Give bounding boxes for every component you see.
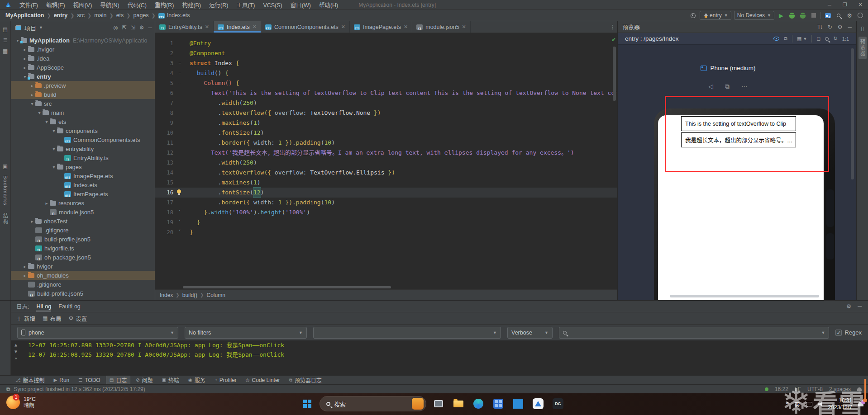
fold-marker-icon[interactable]: − xyxy=(176,58,183,68)
menu-代码(C)[interactable]: 代码(C) xyxy=(124,2,151,9)
tree-chevron-icon[interactable]: ▸ xyxy=(29,219,35,224)
hide-panel-icon[interactable]: ─ xyxy=(148,24,152,31)
tab-Index.ets[interactable]: ETSIndex.ets✕ xyxy=(214,21,261,33)
toolwindow-预览器日志[interactable]: ⧉预览器日志 xyxy=(286,376,325,384)
notification-bell-icon[interactable] xyxy=(858,402,863,406)
code-line-4[interactable]: 4− build() { xyxy=(155,68,617,78)
rotate-icon[interactable]: ↻ xyxy=(833,36,837,42)
expand-all-icon[interactable]: ⇱ xyxy=(122,24,127,31)
tree-chevron-icon[interactable]: ▾ xyxy=(29,101,35,106)
fold-marker-icon[interactable]: ˇ xyxy=(176,208,183,217)
tab-module.json5[interactable]: {}module.json5✕ xyxy=(412,21,471,33)
menu-VCS(S)[interactable]: VCS(S) xyxy=(259,2,286,9)
tree-item-hvigorfile.ts[interactable]: TShvigorfile.ts xyxy=(11,244,155,253)
tree-item-Index.ets[interactable]: ETSIndex.ets xyxy=(11,180,155,189)
menu-重构(R)[interactable]: 重构(R) xyxy=(151,2,178,9)
dg-app-button[interactable]: DG xyxy=(550,396,566,411)
profile-avatar-icon[interactable] xyxy=(856,11,864,19)
tab-hilog[interactable]: HiLog xyxy=(36,302,51,311)
tree-item-entry[interactable]: ▾entry xyxy=(11,72,155,81)
speaker-icon[interactable] xyxy=(818,402,822,406)
line-ending-indicator[interactable]: LF xyxy=(795,386,801,392)
code-line-14[interactable]: 14 .textOverflow({ overflow: TextOverflo… xyxy=(155,168,617,178)
menu-构建(B)[interactable]: 构建(B) xyxy=(178,2,205,9)
tree-item-resources[interactable]: ▸resources xyxy=(11,198,155,208)
font-size-icon[interactable]: Tt xyxy=(817,24,822,30)
notifications-bell-icon[interactable] xyxy=(857,387,862,391)
grid-view-icon[interactable]: ▦ ▼ xyxy=(797,36,807,42)
collapse-all-icon[interactable]: ⇲ xyxy=(131,24,135,31)
close-button[interactable]: ✕ xyxy=(853,0,868,10)
toolwindow-终端[interactable]: ▣终端 xyxy=(158,376,183,384)
menu-工具(T)[interactable]: 工具(T) xyxy=(232,2,259,9)
zoom-out-icon[interactable] xyxy=(825,37,829,41)
close-tab-icon[interactable]: ✕ xyxy=(404,24,408,30)
breadcrumb-main[interactable]: main xyxy=(93,12,107,19)
tree-item-ohosTest[interactable]: ▸ohosTest xyxy=(11,217,155,226)
profiler-icon[interactable] xyxy=(824,11,832,19)
structure-vertical-label[interactable]: 结构 xyxy=(2,213,9,224)
breadcrumb-pages[interactable]: pages xyxy=(133,12,150,19)
run-button[interactable]: ▶ xyxy=(777,11,785,19)
tree-item-components[interactable]: ▾components xyxy=(11,126,155,135)
toolwindow-版本控制[interactable]: ⎇版本控制 xyxy=(12,376,48,384)
breadcrumb-Index.ets[interactable]: ETSIndex.ets xyxy=(157,12,191,19)
toolwindow-Code Linter[interactable]: ◎Code Linter xyxy=(242,377,284,384)
structure-tool-icon[interactable]: ≣ xyxy=(2,37,9,44)
run-config-selector[interactable]: entry ▼ xyxy=(700,11,731,20)
inspect-eye-icon[interactable] xyxy=(773,37,779,41)
weather-widget[interactable]: 1 19°C 晴朗 xyxy=(6,396,36,409)
close-tab-icon[interactable]: ✕ xyxy=(462,24,466,30)
more-icon[interactable]: ⋯ xyxy=(741,83,748,90)
code-line-16[interactable]: 16 .fontSize(12) xyxy=(155,188,617,198)
breadcrumb-src[interactable]: src xyxy=(76,12,86,19)
log-output[interactable]: ▲▼» 12-07 16:25:07.898 13320-20780 I A0c… xyxy=(11,340,868,375)
intention-bulb-icon[interactable] xyxy=(177,189,181,193)
editor-horizontal-scrollbar[interactable] xyxy=(155,285,617,289)
code-line-12[interactable]: 12 Text('我是超长文本，超出的部分显示省略号。I am an extra… xyxy=(155,148,617,158)
code-line-6[interactable]: 6 Text('This is the setting of textOverf… xyxy=(155,88,617,98)
start-button[interactable] xyxy=(300,396,315,411)
tree-chevron-icon[interactable]: ▸ xyxy=(22,56,28,61)
encoding-indicator[interactable]: UTF-8 xyxy=(807,386,823,392)
tree-chevron-icon[interactable]: ▾ xyxy=(36,110,43,115)
tree-chevron-icon[interactable]: ▸ xyxy=(43,201,50,206)
tree-chevron-icon[interactable]: ▾ xyxy=(51,128,57,133)
settings-button[interactable]: ⚙设置 xyxy=(68,314,87,323)
breadcrumb-entry[interactable]: entry xyxy=(53,12,69,19)
device-dropdown[interactable]: phone▼ xyxy=(17,327,178,339)
close-tab-icon[interactable]: ✕ xyxy=(205,24,209,30)
toolwindow-TODO[interactable]: ☰TODO xyxy=(75,377,104,384)
panel-settings-gear-icon[interactable]: ⚙ xyxy=(139,24,144,31)
pages-icon[interactable]: ⧉ xyxy=(725,83,730,90)
tree-item-entryability[interactable]: ▾entryability xyxy=(11,144,155,153)
menu-导航(N)[interactable]: 导航(N) xyxy=(96,2,123,9)
filter-dropdown[interactable]: No filters▼ xyxy=(185,327,307,339)
display-icon[interactable] xyxy=(806,402,812,406)
tray-expand-chevron[interactable]: ^ xyxy=(786,401,789,407)
tree-item-.preview[interactable]: ▸.preview xyxy=(11,81,155,90)
device-tool-icon[interactable]: ▯ xyxy=(859,25,866,32)
code-line-5[interactable]: 5− Column() { xyxy=(155,78,617,88)
tab-faultlog[interactable]: FaultLog xyxy=(58,303,81,310)
indent-indicator[interactable]: 2 spaces xyxy=(829,386,851,392)
tree-chevron-icon[interactable]: ▸ xyxy=(22,264,28,269)
tree-item-main[interactable]: ▾main xyxy=(11,108,155,117)
code-line-20[interactable]: 20ˇ} xyxy=(155,227,617,237)
taskbar-search[interactable]: 搜索 xyxy=(320,396,426,411)
tree-item-CommonComponents.ets[interactable]: ETSCommonComponents.ets xyxy=(11,135,155,144)
tree-item-ImagePage.ets[interactable]: ETSImagePage.ets xyxy=(11,171,155,180)
tab-CommonComponents.ets[interactable]: ETSCommonComponents.ets✕ xyxy=(261,21,350,33)
tree-item-build[interactable]: ▸build xyxy=(11,90,155,99)
tiles-app-button[interactable] xyxy=(491,396,506,411)
code-editor[interactable]: 1@Entry2@Component3−struct Index {4− bui… xyxy=(155,33,617,285)
minimize-button[interactable]: ─ xyxy=(822,0,837,10)
editor-breadcrumb-Index[interactable]: Index xyxy=(160,292,173,298)
tree-item-.gitignore[interactable]: .gitignore xyxy=(11,226,155,235)
preview-device-label[interactable]: Phone (medium) xyxy=(618,65,838,71)
menu-运行(R)[interactable]: 运行(R) xyxy=(205,2,232,9)
code-line-7[interactable]: 7 .width(250) xyxy=(155,98,617,108)
tree-item-.gitignore[interactable]: .gitignore xyxy=(11,280,155,289)
code-line-18[interactable]: 18ˇ }.width('100%').height('100%') xyxy=(155,208,617,217)
layers-icon[interactable]: ⧉ xyxy=(784,36,787,42)
